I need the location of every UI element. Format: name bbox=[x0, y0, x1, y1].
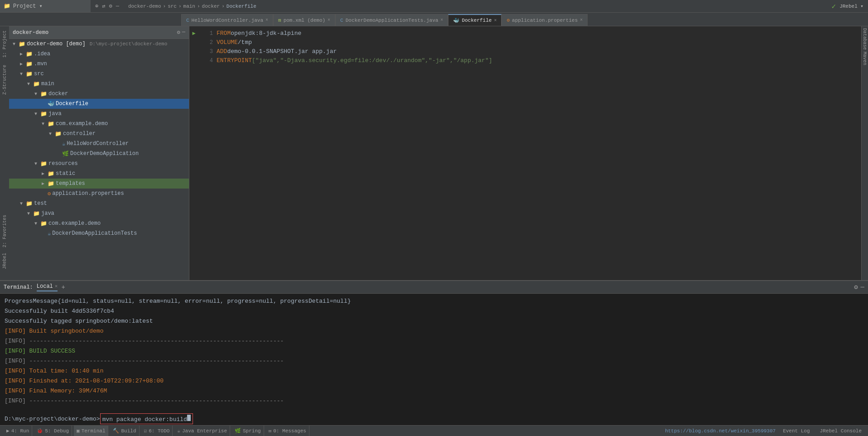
terminal-line-5: [INFO] ---------------------------------… bbox=[5, 336, 863, 346]
terminal-icon: ▣ bbox=[77, 428, 80, 434]
tree-item-dockerfile[interactable]: 🐳 Dockerfile bbox=[9, 99, 189, 109]
tree-spacer bbox=[42, 231, 46, 236]
status-jrebel-console[interactable]: JRebel Console bbox=[817, 428, 864, 434]
tree-item-test-folder[interactable]: ▼ 📁 test bbox=[9, 199, 189, 208]
debug-icon: 🐞 bbox=[37, 428, 43, 434]
tab-close-icon[interactable]: × bbox=[440, 18, 443, 23]
terminal-line-8: [INFO] Total time: 01:40 min bbox=[5, 366, 863, 376]
code-value: ["java","-Djava.security.egd=file:/dev/.… bbox=[252, 56, 492, 65]
status-build[interactable]: 🔨 Build bbox=[110, 426, 139, 436]
tree-item-root[interactable]: ▼ 📁 docker-demo [demo] D:\myc-project\do… bbox=[9, 39, 189, 49]
panel-icon-close[interactable]: — bbox=[182, 29, 185, 36]
editor-content: ▶ 1 2 3 4 FROM openjdk:8-jdk-alpine VOLU… bbox=[189, 26, 861, 280]
left-panel-favorites[interactable]: 2: Favorites bbox=[1, 213, 8, 249]
tab-close-icon[interactable]: × bbox=[494, 18, 497, 23]
status-terminal[interactable]: ▣ Terminal bbox=[74, 426, 108, 436]
panel-icon-gear[interactable]: ⚙ bbox=[177, 29, 180, 36]
checkmark-icon: ✓ bbox=[832, 2, 836, 11]
status-java-label: Java Enterprise bbox=[182, 428, 227, 434]
exec-arrow-3 bbox=[189, 47, 198, 56]
tree-item-label: templates bbox=[56, 180, 85, 187]
event-log-label: Event Log bbox=[783, 428, 810, 434]
panel-header: docker-demo ⚙ — bbox=[9, 26, 189, 39]
tree-item-java-folder[interactable]: ▼ 📁 java bbox=[9, 109, 189, 119]
tree-item-label: test bbox=[34, 200, 47, 207]
tree-item-main[interactable]: ▼ 📁 main bbox=[9, 79, 189, 89]
tree-item-label: resources bbox=[48, 160, 78, 167]
tab-close-icon[interactable]: × bbox=[328, 18, 330, 23]
tree-item-app-tests[interactable]: ☕ DockerDemoApplicationTests bbox=[9, 228, 189, 238]
tree-item-label: docker-demo [demo] bbox=[27, 41, 86, 47]
tree-item-test-com[interactable]: ▼ 📁 com.example.demo bbox=[9, 218, 189, 228]
tab-app-properties[interactable]: ⚙ application.properties × bbox=[502, 14, 588, 26]
tree-item-idea[interactable]: ▶ 📁 .idea bbox=[9, 49, 189, 59]
right-panel-maven[interactable]: Maven bbox=[863, 52, 867, 65]
tab-hello-controller[interactable]: C HelloWordController.java × bbox=[181, 14, 273, 26]
tree-item-hello-controller[interactable]: ☕ HelloWordController bbox=[9, 139, 189, 149]
folder-icon: 📁 bbox=[40, 220, 47, 227]
project-dropdown[interactable]: Project ▾ bbox=[13, 3, 43, 10]
tree-item-controller-folder[interactable]: ▼ 📁 controller bbox=[9, 129, 189, 139]
tree-item-resources[interactable]: ▼ 📁 resources bbox=[9, 159, 189, 169]
terminal-body[interactable]: ProgressMessage{id=null, status=null, st… bbox=[0, 294, 868, 412]
folder-icon: 📁 bbox=[48, 121, 54, 127]
tree-item-static[interactable]: ▶ 📁 static bbox=[9, 169, 189, 179]
top-bar-icon-globe[interactable]: ⊕ bbox=[95, 3, 98, 10]
tree-item-mvn[interactable]: ▶ 📁 .mvn bbox=[9, 59, 189, 69]
tree-item-docker-app[interactable]: 🌿 DockerDemoApplication bbox=[9, 149, 189, 159]
status-run[interactable]: ▶ 4: Run bbox=[4, 426, 32, 436]
status-debug-label: 5: Debug bbox=[45, 428, 69, 434]
status-event-log[interactable]: Event Log bbox=[780, 428, 812, 434]
folder-icon: 📁 bbox=[48, 180, 54, 187]
status-link[interactable]: https://blog.csdn.net/weixin_39599307 bbox=[665, 428, 776, 434]
status-messages[interactable]: ✉ 0: Messages bbox=[266, 426, 309, 436]
tree-item-templates[interactable]: ▶ 📁 templates bbox=[9, 179, 189, 189]
tree-item-src[interactable]: ▼ 📁 src bbox=[9, 69, 189, 79]
top-bar-icon-arrows[interactable]: ⇄ bbox=[102, 3, 105, 10]
terminal-tab-close[interactable]: × bbox=[55, 284, 58, 289]
tab-dockerfile[interactable]: 🐳 Dockerfile × bbox=[448, 14, 502, 26]
command-input[interactable]: mvn package docker:build bbox=[100, 413, 193, 424]
tab-label: HelloWordController.java bbox=[192, 18, 263, 23]
jrebel-label[interactable]: JRebel ▾ bbox=[839, 3, 863, 9]
tree-expand-icon: ▼ bbox=[34, 161, 39, 166]
java-file-icon: ☕ bbox=[62, 140, 65, 147]
terminal-section: Terminal: Local × + ⚙ — ProgressMessage{… bbox=[0, 280, 868, 425]
tree-spacer bbox=[42, 102, 46, 107]
terminal-add-button[interactable]: + bbox=[61, 284, 65, 291]
keyword-entrypoint: ENTRYPOINT bbox=[217, 56, 252, 65]
status-debug[interactable]: 🐞 5: Debug bbox=[34, 426, 72, 436]
top-bar-icon-minimize[interactable]: — bbox=[116, 3, 119, 10]
tree-item-test-java[interactable]: ▼ 📁 java bbox=[9, 208, 189, 218]
left-panel-jrebel[interactable]: JRebel bbox=[1, 251, 8, 271]
tab-pom[interactable]: m pom.xml (demo) × bbox=[273, 14, 335, 26]
tree-expand-icon: ▼ bbox=[34, 221, 39, 226]
folder-icon: 📁 bbox=[26, 71, 33, 78]
panel-header-title: docker-demo bbox=[13, 29, 48, 36]
project-tree: ▼ 📁 docker-demo [demo] D:\myc-project\do… bbox=[9, 39, 189, 280]
build-icon: 🔨 bbox=[113, 428, 119, 434]
terminal-minimize-icon[interactable]: — bbox=[861, 283, 864, 291]
tree-item-label: static bbox=[56, 170, 75, 177]
status-java-enterprise[interactable]: ☕ Java Enterprise bbox=[174, 426, 230, 436]
tree-item-app-props[interactable]: ⚙ application.properties bbox=[9, 189, 189, 199]
right-panel-database[interactable]: Database bbox=[863, 28, 867, 50]
left-panel-project[interactable]: 1: Project bbox=[1, 29, 8, 59]
command-line: D:\myc-project\docker-demo> mvn package … bbox=[0, 412, 868, 425]
status-todo[interactable]: ☑ 6: TODO bbox=[141, 426, 173, 436]
tab-docker-tests[interactable]: C DockerDemoApplicationTests.java × bbox=[335, 14, 448, 26]
cursor-blink bbox=[187, 415, 191, 421]
terminal-settings-icon[interactable]: ⚙ bbox=[854, 283, 858, 291]
terminal-header: Terminal: Local × + ⚙ — bbox=[0, 281, 868, 294]
tree-expand-icon: ▼ bbox=[42, 121, 46, 126]
keyword-volume: VOLUME bbox=[217, 38, 238, 47]
left-panel-structure[interactable]: Z-Structure bbox=[1, 63, 8, 97]
tab-close-icon[interactable]: × bbox=[265, 18, 268, 23]
tab-close-icon[interactable]: × bbox=[580, 18, 583, 23]
tree-item-com-example[interactable]: ▼ 📁 com.example.demo bbox=[9, 119, 189, 129]
code-content[interactable]: FROM openjdk:8-jdk-alpine VOLUME /tmp AD… bbox=[217, 28, 861, 278]
top-bar-icon-gear[interactable]: ⚙ bbox=[109, 3, 112, 10]
tree-item-docker-folder[interactable]: ▼ 📁 docker bbox=[9, 89, 189, 99]
status-spring[interactable]: 🌿 Spring bbox=[232, 426, 264, 436]
terminal-tab-local[interactable]: Local × bbox=[37, 283, 58, 291]
